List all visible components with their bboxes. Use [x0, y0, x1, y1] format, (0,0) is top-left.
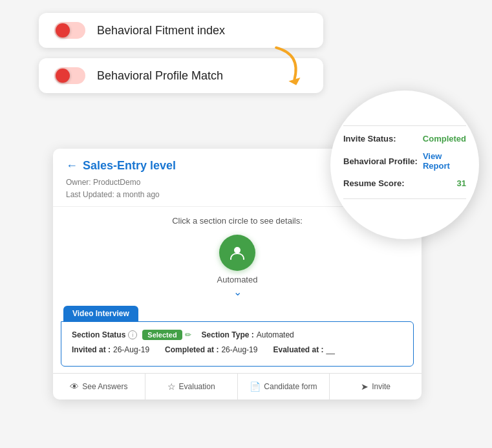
- info-icon[interactable]: i: [128, 330, 137, 339]
- candidate-form-label: Candidate form: [264, 382, 317, 391]
- see-answers-label: See Answers: [82, 382, 127, 391]
- invite-label: Invite: [372, 382, 390, 391]
- back-arrow-icon: ←: [66, 159, 78, 173]
- section-type-label: Section Type :: [202, 330, 254, 339]
- completed-at-value: 26-Aug-19: [221, 345, 257, 354]
- action-bar: 👁 See Answers ☆ Evaluation 📄 Candidate f…: [53, 373, 422, 400]
- behavioral-profile-label: Behavioral Profile:: [343, 156, 418, 166]
- star-icon: ☆: [167, 381, 176, 392]
- eye-icon: 👁: [70, 381, 79, 392]
- toggle-label-2: Behavioral Profile Match: [97, 69, 223, 83]
- section-type-value: Automated: [257, 330, 294, 339]
- dates-row: Invited at : 26-Aug-19 Completed at : 26…: [72, 345, 403, 354]
- toggle-knob-2: [56, 69, 70, 83]
- invite-status-label: Invite Status:: [343, 134, 396, 144]
- toggle-knob-1: [56, 23, 70, 37]
- section-status-row: Section Status i Selected ✏ Section Type…: [72, 330, 403, 340]
- resume-score-value: 31: [457, 178, 466, 188]
- toggle-label-1: Behavioral Fitment index: [97, 24, 225, 37]
- see-answers-button[interactable]: 👁 See Answers: [53, 374, 145, 400]
- toggle-behavioral-fitment[interactable]: [54, 22, 85, 39]
- panel-title: Sales-Entry level: [83, 159, 176, 173]
- video-interview-tab[interactable]: Video Interview: [63, 306, 138, 321]
- automated-label: Automated: [217, 275, 258, 284]
- document-icon: 📄: [250, 381, 261, 392]
- invited-at-value: 26-Aug-19: [113, 345, 149, 354]
- svg-point-1: [234, 247, 241, 253]
- edit-icon[interactable]: ✏: [185, 330, 191, 339]
- resume-score-row: Resume Score: 31: [343, 178, 466, 188]
- resume-score-label: Resume Score:: [343, 178, 405, 188]
- automated-circle-button[interactable]: [219, 235, 255, 271]
- invite-button[interactable]: ➤ Invite: [330, 374, 422, 400]
- evaluated-at-label: Evaluated at :: [273, 345, 323, 354]
- section-status-label: Section Status: [72, 330, 125, 339]
- invite-status-value: Completed: [423, 134, 466, 144]
- evaluation-button[interactable]: ☆ Evaluation: [145, 374, 238, 400]
- candidate-form-button[interactable]: 📄 Candidate form: [238, 374, 330, 400]
- completed-at-label: Completed at :: [165, 345, 219, 354]
- behavioral-profile-value[interactable]: View Report: [423, 151, 466, 171]
- status-badge: Selected: [142, 330, 182, 340]
- automated-container: Automated ⌄: [53, 229, 422, 301]
- invite-status-row: Invite Status: Completed: [343, 134, 466, 144]
- chevron-down-icon: ⌄: [233, 286, 242, 298]
- circle-info-panel: Invite Status: Completed Behavioral Prof…: [330, 91, 479, 239]
- toggle-behavioral-profile[interactable]: [54, 67, 85, 84]
- behavioral-profile-row: Behavioral Profile: View Report: [343, 151, 466, 171]
- divider-bottom: [343, 198, 466, 199]
- send-icon: ➤: [361, 381, 369, 392]
- divider-top: [343, 125, 466, 126]
- evaluated-at-value: __: [326, 345, 334, 354]
- interview-box: Section Status i Selected ✏ Section Type…: [61, 321, 414, 367]
- evaluation-label: Evaluation: [179, 382, 215, 391]
- invited-at-label: Invited at :: [72, 345, 111, 354]
